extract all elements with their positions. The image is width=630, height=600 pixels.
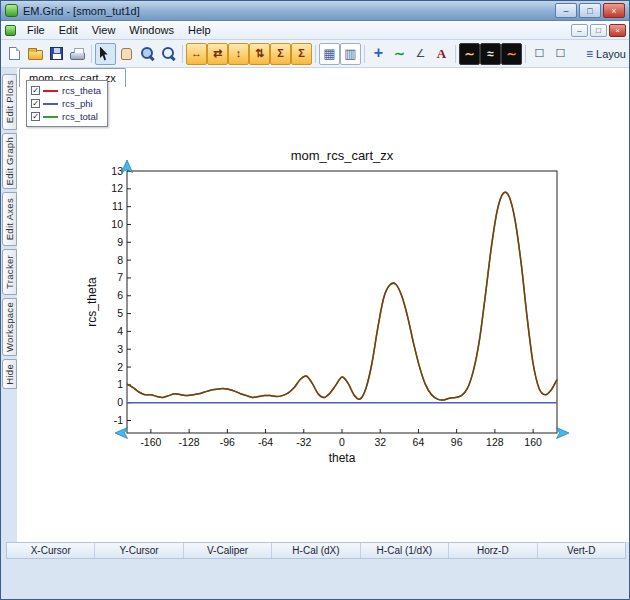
side-tab-hide[interactable]: Hide [2, 359, 17, 389]
child-window-controls: – □ × [571, 24, 626, 37]
toolbar-separator [364, 45, 365, 63]
app-icon [5, 4, 18, 17]
legend-item-rcs_theta: ✓rcs_theta [31, 84, 103, 97]
side-tab-edit-plots[interactable]: Edit Plots [2, 74, 17, 130]
save-button[interactable] [46, 43, 67, 65]
pan-hand-icon [121, 48, 132, 60]
side-tab-strip: Edit PlotsEdit GraphEdit AxesTrackerWork… [2, 74, 18, 389]
sum-y-button[interactable]: Σ [291, 43, 312, 65]
maximize-button[interactable]: □ [579, 3, 601, 18]
y-tick-label: 6 [117, 289, 123, 301]
add-trace-button[interactable]: + [368, 43, 389, 65]
print-button[interactable] [67, 43, 88, 65]
menu-view[interactable]: View [85, 22, 123, 38]
x-tick-label: 64 [413, 436, 425, 448]
x-tick-label: -96 [220, 436, 235, 448]
x-axis-right-arrow [557, 428, 570, 439]
expand-horizontal-button[interactable]: ↔ [186, 43, 207, 65]
angle-marker-button[interactable]: ∠ [410, 43, 431, 65]
side-tab-label: Edit Plots [4, 80, 15, 123]
sum-x-icon: Σ [277, 48, 284, 59]
side-tab-edit-axes[interactable]: Edit Axes [2, 192, 17, 246]
toolbar-separator [91, 45, 92, 63]
child-minimize-button[interactable]: – [571, 24, 588, 37]
y-axis-label: rcs_theta [85, 277, 99, 327]
open-file-button[interactable] [25, 43, 46, 65]
new-document-button[interactable] [4, 43, 25, 65]
side-tab-tracker[interactable]: Tracker [2, 249, 17, 295]
side-tab-label: Workspace [4, 302, 15, 352]
text-annotation-icon: A [437, 47, 446, 60]
side-tab-label: Hide [4, 364, 15, 385]
side-tab-workspace[interactable]: Workspace [2, 298, 17, 356]
print-icon [70, 52, 85, 60]
toolbar-separator [182, 45, 183, 63]
layout-button[interactable]: ≡ Layou [586, 47, 626, 61]
legend-line-sample [43, 116, 58, 118]
add-trace-icon: + [374, 45, 383, 61]
menu-file[interactable]: File [20, 22, 52, 38]
menu-edit[interactable]: Edit [52, 22, 85, 38]
legend-checkbox-rcs_phi[interactable]: ✓ [31, 99, 40, 108]
side-tab-label: Tracker [4, 255, 15, 289]
sum-x-button[interactable]: Σ [270, 43, 291, 65]
expand-vertical-button[interactable]: ↕ [228, 43, 249, 65]
plot-border [127, 171, 557, 433]
angle-marker-icon: ∠ [416, 48, 426, 59]
status-cell-y-cursor: Y-Cursor [95, 543, 183, 558]
fit-vertical-button[interactable]: ⇅ [249, 43, 270, 65]
text-annotation-button[interactable]: A [431, 43, 452, 65]
title-bar: EM.Grid - [smom_tut1d] – □ × [1, 1, 629, 21]
child-close-button[interactable]: × [609, 24, 626, 37]
status-cell-vert-d: Vert-D [538, 543, 625, 558]
status-cell-h-cal-dx-: H-Cal (dX) [272, 543, 360, 558]
data-table-button[interactable]: ▦ [319, 43, 340, 65]
status-cell-horz-d: Horz-D [449, 543, 537, 558]
legend-checkbox-rcs_total[interactable]: ✓ [31, 112, 40, 121]
y-tick-label: 7 [117, 271, 123, 283]
plot-style-filled-button[interactable]: ∼ [501, 43, 522, 65]
pan-hand-button[interactable] [116, 43, 137, 65]
expand-vertical-icon: ↕ [236, 48, 242, 59]
side-tab-edit-graph[interactable]: Edit Graph [2, 133, 17, 189]
status-bar: X-CursorY-CursorV-CaliperH-Cal (dX)H-Cal… [6, 542, 626, 559]
save-icon [50, 47, 63, 60]
y-tick-label: 8 [117, 254, 123, 266]
show-points-icon: ☐ [535, 48, 545, 59]
curve-fit-icon: ∼ [394, 47, 405, 60]
chart-canvas[interactable]: mom_rcs_cart_zx-1012345678910111213-160-… [85, 147, 573, 479]
side-tab-label: Edit Graph [4, 137, 15, 185]
zoom-window-button[interactable] [137, 43, 158, 65]
select-cursor-button[interactable] [95, 43, 116, 65]
legend-box: ✓rcs_theta✓rcs_phi✓rcs_total [26, 80, 108, 127]
x-tick-label: 160 [524, 436, 542, 448]
plot-style-multi-button[interactable]: ≈ [480, 43, 501, 65]
y-tick-label: 1 [117, 378, 123, 390]
show-grid-button[interactable]: ☐ [550, 43, 571, 65]
data-table-alt-button[interactable]: ▥ [340, 43, 361, 65]
x-tick-label: 96 [451, 436, 463, 448]
legend-checkbox-rcs_theta[interactable]: ✓ [31, 86, 40, 95]
plot-style-multi-icon: ≈ [487, 48, 494, 60]
x-tick-label: 0 [339, 436, 345, 448]
status-cell-v-caliper: V-Caliper [184, 543, 272, 558]
close-button[interactable]: × [603, 3, 625, 18]
side-tab-label: Edit Axes [4, 198, 15, 240]
minimize-button[interactable]: – [555, 3, 577, 18]
curve-fit-button[interactable]: ∼ [389, 43, 410, 65]
child-restore-button[interactable]: □ [590, 24, 607, 37]
legend-item-rcs_phi: ✓rcs_phi [31, 97, 103, 110]
legend-label: rcs_total [62, 111, 98, 122]
legend-line-sample [43, 103, 58, 105]
y-tick-label: 13 [111, 165, 123, 177]
fit-horizontal-button[interactable]: ⇄ [207, 43, 228, 65]
zoom-button[interactable] [158, 43, 179, 65]
toolbar-separator [455, 45, 456, 63]
menu-windows[interactable]: Windows [122, 22, 181, 38]
menu-help[interactable]: Help [181, 22, 218, 38]
data-table-icon: ▦ [323, 47, 335, 60]
show-points-button[interactable]: ☐ [529, 43, 550, 65]
x-tick-label: -160 [140, 436, 161, 448]
y-tick-label: 11 [112, 200, 123, 212]
plot-style-dark-button[interactable]: ∼ [459, 43, 480, 65]
